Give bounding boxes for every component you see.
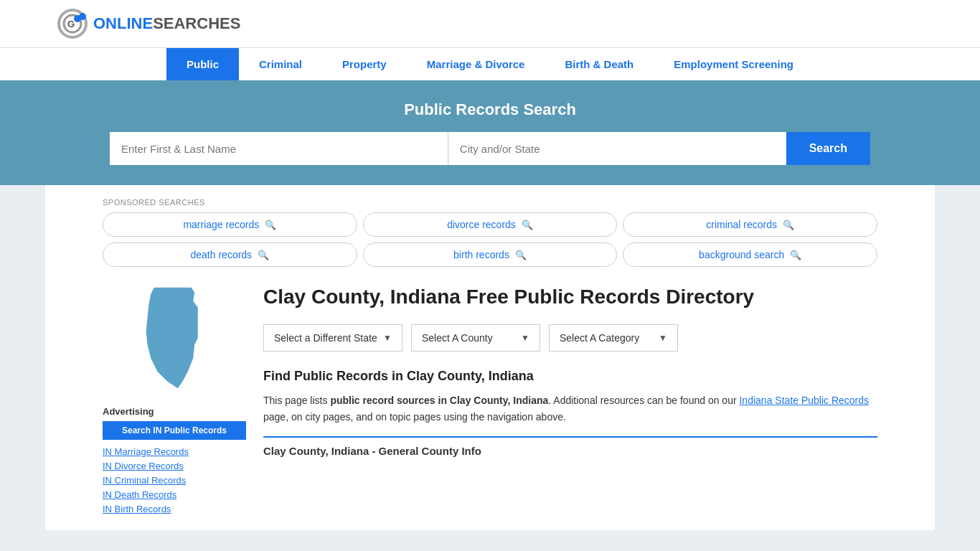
search-pills: marriage records 🔍 divorce records 🔍 cri… bbox=[103, 212, 877, 267]
logo-icon: G bbox=[57, 9, 88, 39]
search-banner: Public Records Search Search bbox=[0, 80, 980, 185]
list-item: IN Marriage Records bbox=[103, 446, 246, 457]
logo: G ONLINE SEARCHES bbox=[57, 9, 240, 39]
main-nav: Public Criminal Property Marriage & Divo… bbox=[0, 47, 980, 80]
search-form: Search bbox=[110, 132, 870, 165]
logo-text: ONLINE SEARCHES bbox=[93, 14, 240, 33]
pill-background-search[interactable]: background search 🔍 bbox=[623, 242, 877, 267]
name-input[interactable] bbox=[110, 132, 448, 165]
list-item: IN Death Records bbox=[103, 489, 246, 500]
pill-label: death records bbox=[191, 249, 253, 260]
nav-item-public[interactable]: Public bbox=[166, 48, 239, 80]
nav-item-property[interactable]: Property bbox=[322, 48, 407, 80]
state-dropdown[interactable]: Select a Different State ▼ bbox=[263, 324, 402, 352]
pill-birth-records[interactable]: birth records 🔍 bbox=[363, 242, 618, 267]
sidebar-link-divorce[interactable]: IN Divorce Records bbox=[103, 461, 184, 471]
search-icon: 🔍 bbox=[515, 250, 527, 260]
content-area: Advertising Search IN Public Records IN … bbox=[103, 284, 877, 517]
nav-item-criminal[interactable]: Criminal bbox=[239, 48, 322, 80]
pill-label: divorce records bbox=[447, 219, 516, 230]
sponsored-label: SPONSORED SEARCHES bbox=[103, 198, 877, 207]
search-button[interactable]: Search bbox=[786, 132, 870, 165]
pill-death-records[interactable]: death records 🔍 bbox=[103, 242, 357, 267]
ad-button[interactable]: Search IN Public Records bbox=[103, 421, 246, 440]
list-item: IN Criminal Records bbox=[103, 474, 246, 486]
desc-part2: . Additional resources can be found on o… bbox=[548, 395, 739, 406]
desc-part3: page, on city pages, and on topic pages … bbox=[263, 411, 566, 423]
pill-divorce-records[interactable]: divorce records 🔍 bbox=[363, 212, 618, 237]
svg-text:G: G bbox=[67, 19, 75, 29]
sidebar-link-marriage[interactable]: IN Marriage Records bbox=[103, 446, 189, 457]
desc-bold: public record sources in Clay County, In… bbox=[330, 395, 548, 406]
dropdowns: Select a Different State ▼ Select A Coun… bbox=[263, 324, 877, 352]
county-dropdown[interactable]: Select A County ▼ bbox=[411, 324, 540, 352]
location-input[interactable] bbox=[448, 132, 786, 165]
list-item: IN Birth Records bbox=[103, 503, 246, 514]
main-content: Clay County, Indiana Free Public Records… bbox=[263, 284, 877, 517]
sidebar-link-birth[interactable]: IN Birth Records bbox=[103, 504, 171, 514]
list-item: IN Divorce Records bbox=[103, 460, 246, 471]
search-icon: 🔍 bbox=[265, 220, 276, 230]
search-icon: 🔍 bbox=[790, 250, 801, 260]
category-dropdown[interactable]: Select A Category ▼ bbox=[549, 324, 678, 352]
pill-label: marriage records bbox=[183, 219, 259, 230]
pill-label: background search bbox=[699, 249, 784, 260]
sidebar: Advertising Search IN Public Records IN … bbox=[103, 284, 246, 517]
sidebar-link-criminal[interactable]: IN Criminal Records bbox=[103, 475, 186, 486]
nav-item-birth-death[interactable]: Birth & Death bbox=[545, 48, 654, 80]
svg-point-1 bbox=[74, 15, 81, 22]
pill-label: criminal records bbox=[706, 219, 777, 230]
category-select[interactable]: Select A Category bbox=[560, 332, 653, 344]
nav-item-employment[interactable]: Employment Screening bbox=[654, 48, 814, 80]
banner-title: Public Records Search bbox=[57, 100, 923, 119]
state-select[interactable]: Select a Different State bbox=[274, 332, 377, 344]
indiana-records-link[interactable]: Indiana State Public Records bbox=[739, 395, 869, 406]
chevron-down-icon: ▼ bbox=[521, 333, 529, 343]
logo-online: ONLINE bbox=[93, 14, 153, 33]
main-container: SPONSORED SEARCHES marriage records 🔍 di… bbox=[45, 185, 935, 530]
search-icon: 🔍 bbox=[522, 220, 533, 230]
search-icon: 🔍 bbox=[783, 220, 794, 230]
indiana-map bbox=[131, 284, 217, 392]
desc-part1: This page lists bbox=[263, 395, 330, 406]
pill-criminal-records[interactable]: criminal records 🔍 bbox=[623, 212, 877, 237]
chevron-down-icon: ▼ bbox=[383, 333, 392, 343]
header: G ONLINE SEARCHES bbox=[0, 0, 980, 47]
nav-item-marriage-divorce[interactable]: Marriage & Divorce bbox=[407, 48, 545, 80]
county-info-header: Clay County, Indiana - General County In… bbox=[263, 436, 877, 457]
pill-marriage-records[interactable]: marriage records 🔍 bbox=[103, 212, 357, 237]
page-description: This page lists public record sources in… bbox=[263, 392, 877, 425]
advertising-label: Advertising bbox=[103, 406, 246, 417]
county-select[interactable]: Select A County bbox=[422, 332, 515, 344]
chevron-down-icon: ▼ bbox=[659, 333, 667, 343]
find-title: Find Public Records in Clay County, Indi… bbox=[263, 369, 877, 384]
page-title: Clay County, Indiana Free Public Records… bbox=[263, 284, 877, 310]
sidebar-links: IN Marriage Records IN Divorce Records I… bbox=[103, 446, 246, 514]
sidebar-link-death[interactable]: IN Death Records bbox=[103, 489, 176, 500]
logo-searches: SEARCHES bbox=[153, 14, 240, 33]
search-icon: 🔍 bbox=[258, 250, 269, 260]
pill-label: birth records bbox=[453, 249, 509, 260]
